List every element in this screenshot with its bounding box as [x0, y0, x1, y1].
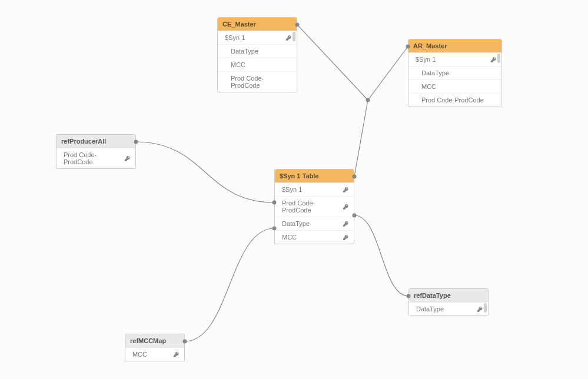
field-label: DataType	[231, 48, 292, 55]
field-label: Prod Code-ProdCode	[231, 75, 292, 89]
connection-line	[136, 142, 274, 202]
field-label: $Syn 1	[282, 186, 340, 193]
table-title: refMCCMap	[130, 337, 166, 344]
connection-endpoint-icon	[407, 294, 411, 298]
key-icon	[477, 306, 483, 312]
field-row[interactable]: DataType	[408, 67, 501, 80]
field-label: $Syn 1	[416, 56, 488, 63]
field-label: DataType	[282, 220, 340, 227]
table-header[interactable]: refDataType	[409, 289, 488, 302]
field-label: MCC	[421, 83, 497, 90]
field-row[interactable]: $Syn 1	[275, 183, 354, 197]
table-title: $Syn 1 Table	[280, 172, 318, 179]
connection-endpoint-icon	[406, 45, 410, 49]
table-syn1-table[interactable]: $Syn 1 Table$Syn 1Prod Code-ProdCodeData…	[274, 169, 354, 244]
connection-endpoint-icon	[353, 175, 357, 179]
table-header[interactable]: CE_Master	[218, 18, 297, 31]
table-header[interactable]: refMCCMap	[125, 334, 184, 348]
connection-line	[185, 228, 274, 341]
connection-endpoint-icon	[134, 140, 138, 144]
connection-endpoint-icon	[183, 340, 187, 344]
field-row[interactable]: MCC	[125, 348, 184, 361]
field-list: $Syn 1DataTypeMCCProd Code-ProdCode	[218, 31, 297, 92]
key-icon	[343, 187, 349, 193]
table-ref-mcc-map[interactable]: refMCCMapMCC	[125, 334, 185, 361]
field-row[interactable]: MCC	[408, 80, 501, 94]
key-icon	[343, 204, 349, 210]
table-header[interactable]: refProducerAll	[57, 135, 135, 148]
field-row[interactable]: Prod Code-ProdCode	[275, 197, 354, 217]
table-title: CE_Master	[222, 21, 256, 28]
scroll-handle[interactable]	[293, 32, 295, 41]
field-row[interactable]: MCC	[275, 231, 354, 244]
table-title: AR_Master	[413, 42, 447, 49]
field-list: DataType	[409, 302, 488, 315]
field-row[interactable]: $Syn 1	[408, 53, 501, 67]
field-label: MCC	[231, 61, 292, 68]
field-label: Prod Code-ProdCode	[282, 200, 340, 214]
table-title: refProducerAll	[61, 138, 106, 145]
field-list: $Syn 1Prod Code-ProdCodeDataTypeMCC	[275, 183, 354, 244]
field-row[interactable]: $Syn 1	[218, 31, 297, 45]
field-label: DataType	[421, 69, 497, 77]
table-ref-data-type[interactable]: refDataTypeDataType	[408, 288, 489, 316]
key-icon	[173, 351, 180, 358]
connection-line	[354, 100, 368, 177]
table-ar-master[interactable]: AR_Master$Syn 1DataTypeMCCProd Code-Prod…	[408, 39, 502, 107]
connection-endpoint-icon	[295, 23, 300, 27]
connection-endpoint-icon	[273, 227, 277, 231]
connection-line	[297, 25, 408, 100]
connection-endpoint-icon	[366, 98, 370, 102]
scroll-handle[interactable]	[484, 303, 487, 312]
table-ce-master[interactable]: CE_Master$Syn 1DataTypeMCCProd Code-Prod…	[217, 17, 297, 92]
key-icon	[285, 35, 292, 41]
field-row[interactable]: DataType	[275, 217, 354, 231]
field-row[interactable]: DataType	[409, 302, 488, 315]
table-ref-producer-all[interactable]: refProducerAllProd Code-ProdCode	[56, 134, 136, 169]
field-list: $Syn 1DataTypeMCCProd Code-ProdCode	[408, 53, 501, 107]
table-header[interactable]: AR_Master	[408, 39, 501, 53]
field-list: Prod Code-ProdCode	[57, 148, 135, 168]
field-label: MCC	[132, 351, 171, 358]
field-row[interactable]: DataType	[218, 45, 297, 58]
field-row[interactable]: Prod Code-ProdCode	[218, 72, 297, 92]
connection-line	[354, 215, 408, 296]
key-icon	[343, 221, 349, 227]
field-label: Prod Code-ProdCode	[64, 151, 122, 165]
key-icon	[124, 155, 131, 162]
table-title: refDataType	[414, 292, 451, 299]
field-row[interactable]: MCC	[218, 58, 297, 72]
field-list: MCC	[125, 348, 184, 361]
connection-endpoint-icon	[273, 201, 277, 205]
table-header[interactable]: $Syn 1 Table	[275, 169, 354, 183]
field-row[interactable]: Prod Code-ProdCode	[408, 94, 501, 107]
key-icon	[490, 56, 497, 63]
field-label: MCC	[282, 234, 340, 241]
field-row[interactable]: Prod Code-ProdCode	[57, 148, 135, 168]
key-icon	[343, 234, 349, 241]
scroll-handle[interactable]	[497, 54, 500, 63]
field-label: Prod Code-ProdCode	[421, 97, 497, 104]
field-label: $Syn 1	[225, 34, 283, 41]
connection-endpoint-icon	[353, 214, 357, 218]
field-label: DataType	[416, 305, 474, 312]
